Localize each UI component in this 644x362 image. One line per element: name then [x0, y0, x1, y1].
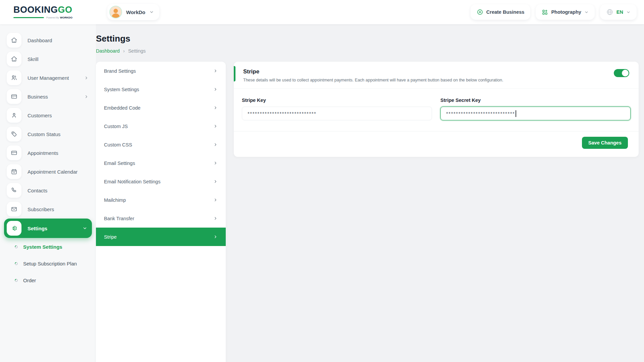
sidebar-item-label: Skrill — [28, 56, 39, 62]
stripe-key-label: Stripe Key — [242, 98, 432, 103]
settings-menu-item-custom-js[interactable]: Custom JS — [96, 117, 226, 135]
sidebar-item-customers[interactable]: Customers — [0, 106, 96, 125]
stripe-card-description: These details will be used to collect ap… — [243, 78, 629, 82]
calendar-icon — [7, 164, 21, 179]
settings-menu-item-label: Custom CSS — [104, 142, 132, 147]
chevron-right-icon — [213, 216, 218, 221]
business-selector-dropdown[interactable]: Photography — [536, 4, 594, 20]
stripe-secret-key-input[interactable]: **************************** — [440, 107, 631, 120]
phone-icon — [7, 183, 21, 198]
chevron-down-icon — [83, 226, 87, 231]
top-header: BOOKINGGO Powered By WORKDO WorkDo Creat… — [0, 0, 644, 24]
sidebar-item-appointment-calendar[interactable]: Appointment Calendar — [0, 162, 96, 181]
settings-menu-item-label: Custom JS — [104, 124, 128, 129]
toggle-knob — [622, 70, 629, 76]
sidebar-item-user-management[interactable]: User Management — [0, 68, 96, 87]
logo-text-accent: GO — [58, 5, 72, 15]
workspace-label: WorkDo — [126, 9, 145, 15]
sidebar-item-label: Appointment Calendar — [28, 169, 77, 175]
settings-menu-item-mailchimp[interactable]: Mailchimp — [96, 191, 226, 209]
chevron-right-icon — [84, 95, 89, 99]
sidebar-item-contacts[interactable]: Contacts — [0, 181, 96, 200]
settings-menu-item-label: Stripe — [104, 234, 117, 240]
stripe-secret-key-value: **************************** — [446, 111, 515, 116]
sidebar-subitem-setup-subscription-plan[interactable]: Setup Subscription Plan — [0, 255, 96, 272]
settings-menu-item-system-settings[interactable]: System Settings — [96, 80, 226, 99]
sidebar-item-label: Appointments — [28, 150, 58, 156]
sidebar-item-label: Customers — [28, 113, 52, 118]
home-icon — [7, 52, 21, 66]
stripe-card-footer: Save Changes — [234, 131, 639, 157]
chevron-right-icon — [213, 235, 218, 239]
plus-circle-icon — [477, 9, 483, 15]
tag-icon — [7, 127, 21, 141]
chevron-right-icon — [84, 76, 89, 80]
sidebar-item-skrill[interactable]: Skrill — [0, 50, 96, 68]
sidebar-nav: Dashboard Skrill User Management Busines… — [0, 24, 96, 362]
settings-menu-item-label: Email Settings — [104, 161, 135, 166]
chevron-right-icon — [213, 106, 218, 110]
settings-menu-item-email-notification-settings[interactable]: Email Notification Settings — [96, 172, 226, 191]
sidebar-item-appointments[interactable]: Appointments — [0, 143, 96, 162]
sidebar-subitem-system-settings[interactable]: System Settings — [0, 239, 96, 255]
logo-underline — [13, 17, 44, 18]
save-changes-button[interactable]: Save Changes — [582, 137, 628, 149]
sidebar-subitem-label: Order — [23, 278, 36, 283]
sidebar-item-subscribers[interactable]: Subscribers — [0, 200, 96, 219]
stripe-key-input[interactable]: **************************** — [242, 107, 432, 120]
settings-menu-item-label: System Settings — [104, 87, 139, 92]
sidebar-item-label: Custom Status — [28, 131, 60, 137]
workspace-dropdown[interactable]: WorkDo — [107, 4, 159, 20]
sidebar-subitem-label: System Settings — [23, 244, 62, 250]
page-title: Settings — [96, 34, 639, 44]
main-content: Settings Dashboard › Settings Brand Sett… — [96, 24, 644, 362]
chevron-right-icon — [213, 161, 218, 165]
business-selector-label: Photography — [551, 9, 581, 15]
sidebar-item-label: Settings — [28, 226, 47, 231]
breadcrumb-dashboard-link[interactable]: Dashboard — [96, 48, 120, 54]
settings-menu-item-label: Bank Transfer — [104, 216, 134, 221]
grid-plus-icon — [542, 9, 548, 15]
breadcrumb-current: Settings — [128, 48, 146, 54]
bullet-icon — [14, 261, 18, 266]
stripe-enabled-toggle[interactable] — [614, 69, 629, 77]
credit-card-icon — [7, 89, 21, 104]
users-icon — [7, 70, 21, 85]
sidebar-item-settings[interactable]: Settings — [4, 219, 92, 238]
globe-icon — [606, 8, 613, 16]
language-dropdown[interactable]: EN — [600, 4, 637, 20]
sidebar-item-dashboard[interactable]: Dashboard — [0, 31, 96, 50]
chevron-right-icon — [213, 142, 218, 147]
stripe-secret-key-field-group: Stripe Secret Key **********************… — [440, 98, 631, 120]
create-business-label: Create Business — [486, 9, 525, 15]
logo-text: BOOKING — [13, 5, 58, 15]
credit-card-icon — [7, 145, 21, 160]
sidebar-item-label: Subscribers — [28, 206, 54, 212]
chevron-right-icon — [213, 179, 218, 184]
settings-menu-panel: Brand Settings System Settings Embedded … — [96, 62, 226, 362]
create-business-button[interactable]: Create Business — [471, 4, 531, 20]
bullet-icon — [14, 278, 18, 283]
settings-menu-item-bank-transfer[interactable]: Bank Transfer — [96, 209, 226, 228]
chevron-down-icon — [149, 10, 154, 14]
stripe-card-header: Stripe These details will be used to col… — [234, 62, 639, 89]
powered-by-brand: WORKDO — [60, 16, 72, 19]
settings-menu-item-email-settings[interactable]: Email Settings — [96, 154, 226, 172]
sidebar-item-business[interactable]: Business — [0, 87, 96, 106]
stripe-card-title: Stripe — [243, 68, 629, 75]
breadcrumb-separator-icon: › — [123, 48, 125, 54]
sidebar-item-label: User Management — [28, 75, 69, 81]
settings-menu-item-embedded-code[interactable]: Embedded Code — [96, 99, 226, 117]
sidebar-item-custom-status[interactable]: Custom Status — [0, 125, 96, 143]
powered-by-label: Powered By — [46, 16, 59, 19]
settings-menu-item-brand-settings[interactable]: Brand Settings — [96, 62, 226, 80]
sidebar-subitem-label: Setup Subscription Plan — [23, 261, 77, 266]
settings-menu-item-custom-css[interactable]: Custom CSS — [96, 135, 226, 154]
sidebar-subitem-order[interactable]: Order — [0, 272, 96, 288]
settings-menu-item-stripe[interactable]: Stripe — [96, 228, 226, 246]
stripe-secret-key-label: Stripe Secret Key — [440, 98, 631, 103]
stripe-key-value: **************************** — [248, 111, 316, 116]
workspace-avatar — [109, 6, 122, 18]
language-label: EN — [616, 9, 623, 15]
settings-menu-item-label: Brand Settings — [104, 68, 136, 74]
